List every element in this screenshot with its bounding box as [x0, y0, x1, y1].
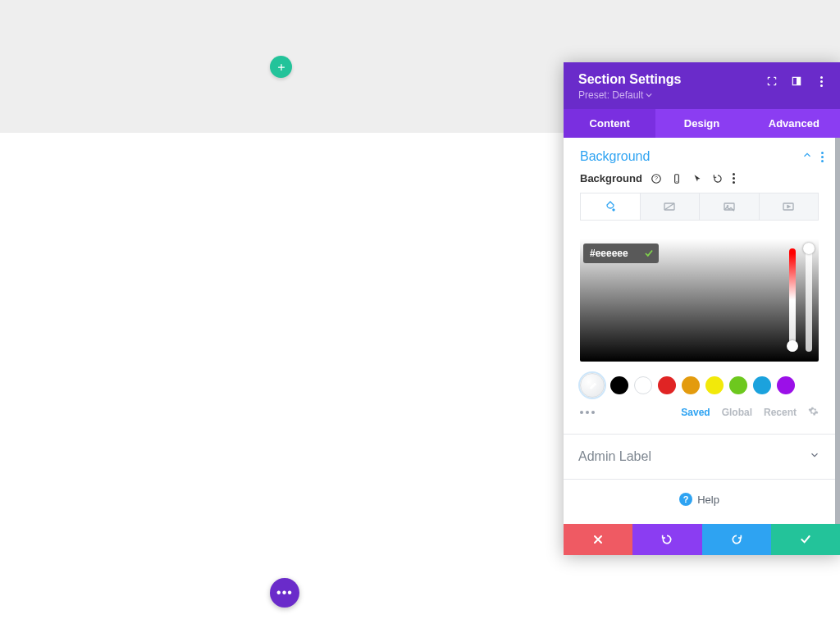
svg-point-6	[612, 209, 614, 212]
swatch-blue[interactable]	[753, 376, 771, 394]
vertical-dots-icon	[820, 76, 823, 87]
background-label: Background	[580, 172, 642, 184]
eyedropper-icon	[587, 380, 598, 391]
palette-settings-button[interactable]	[808, 406, 819, 419]
redo-icon	[730, 533, 743, 546]
palette-recent-tab[interactable]: Recent	[764, 407, 797, 418]
reset-icon[interactable]	[712, 172, 724, 184]
tab-advanced[interactable]: Advanced	[748, 109, 840, 138]
check-icon	[643, 248, 655, 259]
svg-point-5	[677, 180, 678, 181]
chevron-down-icon	[809, 449, 820, 464]
panel-footer	[564, 524, 840, 555]
field-menu-button[interactable]	[733, 173, 735, 184]
admin-label-toggle[interactable]: Admin Label	[564, 435, 835, 479]
alpha-slider[interactable]	[806, 248, 812, 352]
caret-down-icon	[646, 92, 652, 98]
gradient-icon	[663, 200, 676, 213]
background-type-tabs	[564, 193, 835, 221]
swatch-yellow[interactable]	[705, 376, 724, 394]
image-icon	[723, 200, 736, 213]
add-section-button[interactable]	[270, 56, 292, 78]
collapse-icon[interactable]	[801, 149, 813, 164]
close-icon	[591, 533, 605, 546]
panel-header: Section Settings Preset: Default	[564, 62, 840, 109]
bg-color-tab[interactable]	[580, 193, 641, 221]
preset-dropdown[interactable]: Preset: Default	[578, 89, 681, 101]
svg-text:?: ?	[655, 175, 658, 181]
settings-panel: Section Settings Preset: Default Content…	[564, 62, 840, 555]
hex-input-chip	[583, 244, 659, 263]
check-icon	[799, 533, 812, 546]
save-button[interactable]	[771, 524, 840, 555]
swatch-red[interactable]	[658, 376, 676, 394]
swatch-more-button[interactable]	[580, 411, 595, 414]
admin-label-title: Admin Label	[578, 449, 651, 464]
background-section-title: Background	[580, 149, 650, 164]
help-button[interactable]: ? Help	[564, 480, 835, 509]
panel-body: Background Background ?	[564, 138, 840, 524]
swatch-green[interactable]	[729, 376, 747, 394]
swatch-black[interactable]	[610, 376, 628, 394]
svg-rect-1	[797, 77, 801, 84]
palette-global-tab[interactable]: Global	[722, 407, 752, 418]
panel-menu-button[interactable]	[815, 75, 827, 87]
background-section-header[interactable]: Background	[564, 138, 835, 172]
swatch-orange[interactable]	[682, 376, 700, 394]
section-menu-button[interactable]	[821, 152, 824, 162]
color-picker[interactable]	[580, 239, 819, 362]
snap-icon[interactable]	[791, 75, 802, 87]
panel-title: Section Settings	[578, 72, 681, 87]
hex-confirm-button[interactable]	[639, 244, 659, 263]
paint-drop-icon	[604, 200, 617, 213]
help-icon: ?	[679, 493, 692, 506]
phone-icon[interactable]	[671, 172, 683, 184]
swatch-purple[interactable]	[777, 376, 795, 394]
swatch-white[interactable]	[634, 376, 652, 394]
swatch-row	[564, 362, 835, 401]
panel-tabs: Content Design Advanced	[564, 109, 840, 138]
palette-saved-tab[interactable]: Saved	[681, 407, 710, 418]
help-label: Help	[697, 494, 719, 506]
cancel-button[interactable]	[564, 524, 632, 555]
bg-image-tab[interactable]	[700, 193, 760, 221]
undo-button[interactable]	[632, 524, 701, 555]
video-icon	[782, 200, 795, 213]
builder-fab-button[interactable]: •••	[270, 578, 299, 608]
hue-knob[interactable]	[787, 340, 798, 352]
redo-button[interactable]	[702, 524, 771, 555]
eyedropper-button[interactable]	[580, 373, 605, 398]
gear-icon	[808, 406, 819, 416]
alpha-knob[interactable]	[803, 243, 815, 254]
undo-icon	[660, 533, 673, 546]
hue-slider[interactable]	[789, 248, 796, 352]
hover-icon[interactable]	[692, 172, 704, 184]
bg-video-tab[interactable]	[760, 193, 819, 221]
help-icon[interactable]: ?	[651, 172, 663, 184]
bg-gradient-tab[interactable]	[641, 193, 701, 221]
hex-input[interactable]	[583, 244, 639, 263]
expand-icon[interactable]	[766, 75, 778, 87]
tab-content[interactable]: Content	[564, 109, 655, 138]
tab-design[interactable]: Design	[655, 109, 747, 138]
